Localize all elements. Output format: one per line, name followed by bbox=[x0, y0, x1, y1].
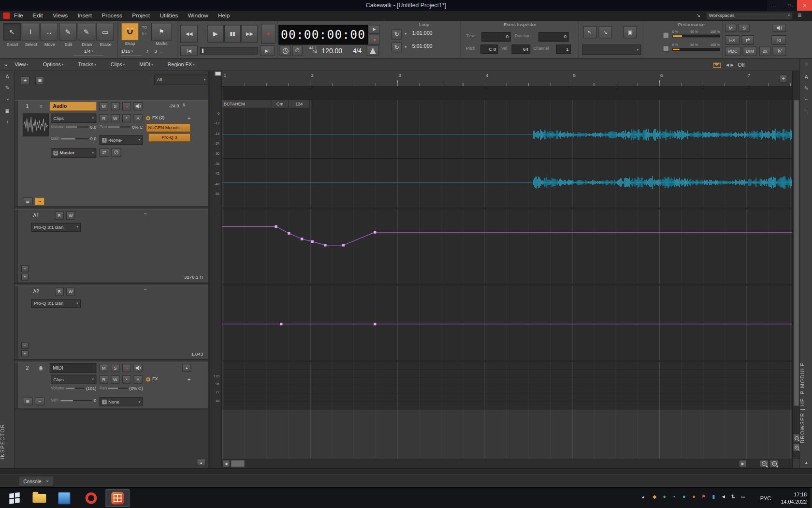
set-loop-button[interactable]: ↻ bbox=[392, 43, 402, 52]
menu-icon[interactable]: ≡ bbox=[800, 62, 812, 67]
zoom-out-button[interactable]: − bbox=[759, 460, 768, 467]
track2-header[interactable]: 2 ◉ MIDI M S ● ▲ Clips ▾ R W * A FX + bbox=[14, 362, 208, 410]
lane-grip[interactable] bbox=[14, 210, 17, 283]
horizontal-scrollbar[interactable]: ◀ ▶ − + bbox=[222, 459, 793, 468]
view-tab-view[interactable]: View▾ bbox=[14, 62, 29, 68]
tool-button-edit[interactable]: ✎Edit bbox=[59, 23, 76, 40]
snap-button[interactable] bbox=[121, 23, 139, 40]
snap-resolution-dropdown[interactable]: 1/16 ▾ bbox=[121, 48, 142, 56]
duplicate-track-button[interactable]: ▣ bbox=[35, 76, 44, 85]
workspaces-dropdown[interactable]: Workspaces ▾ bbox=[706, 12, 792, 20]
automation-lane-a2-clips[interactable] bbox=[222, 285, 793, 360]
taskbar-clock[interactable]: 17:18 14.04.2022 bbox=[775, 492, 807, 506]
lane-zoom-in-button[interactable]: + bbox=[21, 274, 29, 281]
take-lanes-button[interactable]: ≣ bbox=[23, 197, 32, 205]
clips-dropdown[interactable]: Clips ▾ bbox=[51, 375, 96, 384]
waveform-preview-button[interactable]: W bbox=[773, 46, 786, 56]
vertical-zoom-out-button[interactable]: − bbox=[793, 434, 800, 442]
tray-icon[interactable]: ▭ bbox=[739, 494, 747, 499]
fx-plugin[interactable]: Pro-Q 3 bbox=[148, 133, 190, 142]
maximize-button[interactable]: □ bbox=[782, 0, 797, 11]
record-arm-button[interactable]: ● bbox=[122, 364, 131, 372]
add-track-button[interactable]: + bbox=[21, 76, 29, 85]
panel-a-icon[interactable]: A bbox=[0, 74, 14, 79]
snap-by-label[interactable]: BY bbox=[142, 31, 147, 35]
tray-icon[interactable]: ⚑ bbox=[700, 494, 708, 499]
2x-button[interactable]: 2x bbox=[759, 46, 771, 56]
tray-icon[interactable]: ◄ bbox=[719, 494, 727, 499]
rewind-button[interactable]: ◀◀ bbox=[180, 25, 198, 42]
automation-lane-a1-header[interactable]: A1 R W ~ Pro-Q 3:1 Ban ▾ − + 3278.1 H bbox=[14, 209, 208, 284]
tool-button-move[interactable]: ↔Move bbox=[41, 23, 58, 40]
metronome-mute-button[interactable]: ∅ bbox=[292, 45, 302, 56]
lane-parameter-dropdown[interactable]: Pro-Q 3:1 Ban ▾ bbox=[31, 299, 81, 308]
ruler-options-button[interactable]: + bbox=[780, 75, 787, 82]
record-button[interactable]: ● bbox=[261, 24, 276, 44]
power-icon[interactable] bbox=[146, 377, 150, 381]
position-marker[interactable] bbox=[202, 49, 203, 53]
time-display[interactable]: 00:00:00:00 bbox=[278, 25, 367, 45]
midi-echo-off-label[interactable]: Off bbox=[738, 62, 745, 68]
pencil-icon[interactable]: ✎ bbox=[0, 86, 14, 91]
chevron-left-icon[interactable]: ◀ bbox=[726, 63, 729, 67]
tray-icon[interactable]: ▮ bbox=[710, 494, 718, 499]
view-tab-region-fx[interactable]: Region FX▾ bbox=[168, 62, 195, 68]
dock-right-button[interactable]: ↘ bbox=[599, 26, 612, 39]
loop-end-value[interactable]: 5:01:000 bbox=[412, 44, 433, 49]
read-automation-button[interactable]: R bbox=[100, 114, 108, 122]
patch-point-button[interactable]: * bbox=[122, 375, 131, 384]
pdc-button[interactable]: PDC bbox=[725, 46, 740, 56]
collapse-track-button[interactable]: ▲ bbox=[182, 364, 191, 372]
close-button[interactable]: × bbox=[797, 0, 812, 11]
tray-icon[interactable]: ● bbox=[690, 494, 698, 499]
tool-button-erase[interactable]: ▭Erase bbox=[96, 23, 114, 40]
now-time-marker[interactable] bbox=[215, 72, 221, 76]
clock-mode-button[interactable] bbox=[280, 45, 291, 56]
clips-dropdown[interactable]: Clips ▾ bbox=[51, 114, 96, 123]
menu-item-views[interactable]: Views bbox=[53, 13, 68, 19]
global-mute-button[interactable]: M bbox=[725, 24, 737, 32]
start-button[interactable] bbox=[5, 488, 24, 508]
collapse-icon[interactable]: ▲ bbox=[800, 461, 812, 465]
volume-control[interactable]: Volume (101) bbox=[51, 386, 96, 390]
language-indicator[interactable]: РУС bbox=[760, 495, 771, 501]
browser-help-module-label[interactable]: BROWSER | HELP MODULE bbox=[800, 356, 812, 449]
tool-button-select[interactable]: ISelect bbox=[22, 23, 39, 40]
dock-left-button[interactable]: ↖ bbox=[583, 26, 596, 39]
panel-resize-bar[interactable] bbox=[0, 468, 812, 475]
tool-button-draw[interactable]: ✎Draw bbox=[78, 23, 95, 40]
menu-item-edit[interactable]: Edit bbox=[33, 13, 43, 19]
peak-spinner[interactable]: ⇅ bbox=[182, 103, 186, 107]
output-dropdown[interactable]: I None ▾ bbox=[100, 397, 143, 406]
menu-item-utilities[interactable]: Utilities bbox=[160, 13, 178, 19]
titlebar[interactable]: Cakewalk - [Untitled Project1*] – □ × bbox=[0, 0, 812, 11]
taskbar-app-blue[interactable] bbox=[55, 488, 74, 508]
wave-icon[interactable]: ~ bbox=[0, 97, 14, 102]
tray-icon[interactable]: ▪ bbox=[670, 494, 678, 499]
scroll-right-button[interactable]: ▶ bbox=[739, 460, 747, 467]
grid-view-button[interactable]: ▣ bbox=[624, 26, 637, 39]
close-icon[interactable]: × bbox=[46, 479, 49, 484]
timeline-ruler[interactable]: 1234567 + bbox=[222, 71, 793, 87]
fx-rack-header[interactable]: FX + bbox=[146, 375, 190, 384]
automation-lanes-button[interactable]: ~ bbox=[35, 197, 44, 205]
console-tab[interactable]: Console × bbox=[19, 476, 54, 487]
output-dropdown[interactable]: O Master ▾ bbox=[51, 148, 96, 157]
pan-control[interactable]: Pan 0% C bbox=[100, 125, 143, 129]
info-icon[interactable]: i bbox=[0, 120, 14, 125]
vertical-scrollbar[interactable]: − + bbox=[792, 71, 799, 468]
event-time-value[interactable]: 0 bbox=[481, 32, 510, 41]
mute-button[interactable]: M bbox=[100, 102, 108, 110]
section-marker-key[interactable]: Cm bbox=[271, 100, 289, 108]
global-fx-button[interactable]: FX bbox=[725, 35, 740, 45]
list-icon[interactable]: ≣ bbox=[798, 13, 802, 18]
add-fx-icon[interactable]: + bbox=[188, 115, 190, 120]
reset-audio-button[interactable]: R! bbox=[771, 35, 786, 45]
draw-resolution-dropdown[interactable]: 1/4 ▾ bbox=[73, 48, 103, 56]
mini-record-button[interactable]: ● bbox=[369, 35, 380, 45]
go-to-end-button[interactable]: ▶| bbox=[260, 45, 275, 56]
take-lanes-button[interactable]: ≣ bbox=[23, 398, 32, 405]
wave-icon[interactable]: ~ bbox=[800, 97, 812, 103]
interleave-button[interactable]: ⇄ bbox=[100, 148, 109, 157]
menu-item-file[interactable]: File bbox=[14, 13, 23, 19]
